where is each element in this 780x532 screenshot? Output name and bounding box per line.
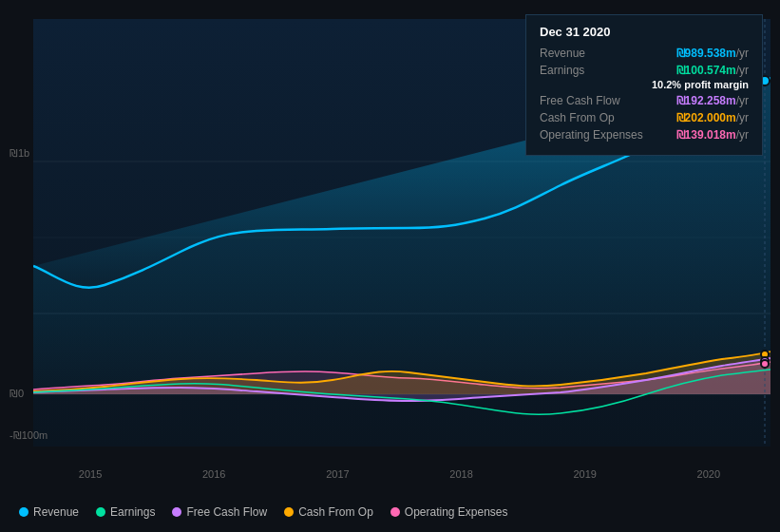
legend-revenue-dot — [19, 507, 29, 517]
x-label-2017: 2017 — [326, 468, 349, 480]
legend-revenue-label: Revenue — [33, 505, 79, 519]
x-label-2019: 2019 — [573, 468, 596, 480]
tooltip-box: Dec 31 2020 Revenue ₪989.538m/yr Earning… — [525, 14, 763, 156]
legend-fcf-label: Free Cash Flow — [186, 505, 267, 519]
chart-legend: Revenue Earnings Free Cash Flow Cash Fro… — [19, 505, 508, 519]
legend-earnings-dot — [96, 507, 105, 517]
y-label-neg100m: -₪100m — [10, 429, 48, 442]
tooltip-earnings-label: Earnings — [540, 64, 644, 77]
x-label-2018: 2018 — [449, 468, 472, 480]
legend-earnings[interactable]: Earnings — [96, 505, 155, 519]
tooltip-cashfromop-value: ₪202.000m/yr — [676, 111, 749, 124]
legend-revenue[interactable]: Revenue — [19, 505, 79, 519]
tooltip-revenue-value: ₪989.538m/yr — [676, 47, 749, 60]
tooltip-profit-margin: 10.2% profit margin — [652, 79, 749, 90]
tooltip-opex-row: Operating Expenses ₪139.018m/yr — [540, 128, 749, 142]
tooltip-cashfromop-label: Cash From Op — [540, 111, 644, 124]
tooltip-opex-value: ₪139.018m/yr — [676, 128, 749, 142]
chart-container: ₪1b ₪0 -₪100m 2015 2016 2017 2018 2019 2… — [0, 0, 780, 532]
x-label-2016: 2016 — [202, 468, 225, 480]
tooltip-revenue-label: Revenue — [540, 47, 644, 60]
y-label-1b: ₪1b — [10, 147, 29, 160]
tooltip-fcf-label: Free Cash Flow — [540, 94, 644, 107]
tooltip-opex-label: Operating Expenses — [540, 128, 644, 142]
y-label-0: ₪0 — [10, 388, 24, 400]
legend-cashfromop-dot — [284, 507, 294, 517]
x-label-2020: 2020 — [697, 468, 720, 480]
legend-opex-label: Operating Expenses — [405, 505, 508, 519]
tooltip-revenue-row: Revenue ₪989.538m/yr — [540, 47, 749, 60]
legend-opex-dot — [390, 507, 400, 517]
tooltip-earnings-value: ₪100.574m/yr — [676, 64, 749, 77]
tooltip-fcf-row: Free Cash Flow ₪192.258m/yr — [540, 94, 749, 107]
legend-earnings-label: Earnings — [110, 505, 155, 519]
tooltip-cashfromop-row: Cash From Op ₪202.000m/yr — [540, 111, 749, 124]
legend-cashfromop-label: Cash From Op — [298, 505, 373, 519]
svg-point-11 — [761, 360, 769, 368]
x-label-2015: 2015 — [79, 468, 102, 480]
tooltip-fcf-value: ₪192.258m/yr — [676, 94, 749, 107]
legend-cashfromop[interactable]: Cash From Op — [284, 505, 373, 519]
tooltip-date: Dec 31 2020 — [540, 25, 749, 39]
tooltip-profit-margin-row: 10.2% profit margin — [540, 79, 749, 90]
x-axis-labels: 2015 2016 2017 2018 2019 2020 — [29, 468, 770, 480]
legend-fcf-dot — [172, 507, 181, 517]
legend-fcf[interactable]: Free Cash Flow — [172, 505, 267, 519]
legend-opex[interactable]: Operating Expenses — [390, 505, 508, 519]
tooltip-earnings-row: Earnings ₪100.574m/yr — [540, 64, 749, 77]
